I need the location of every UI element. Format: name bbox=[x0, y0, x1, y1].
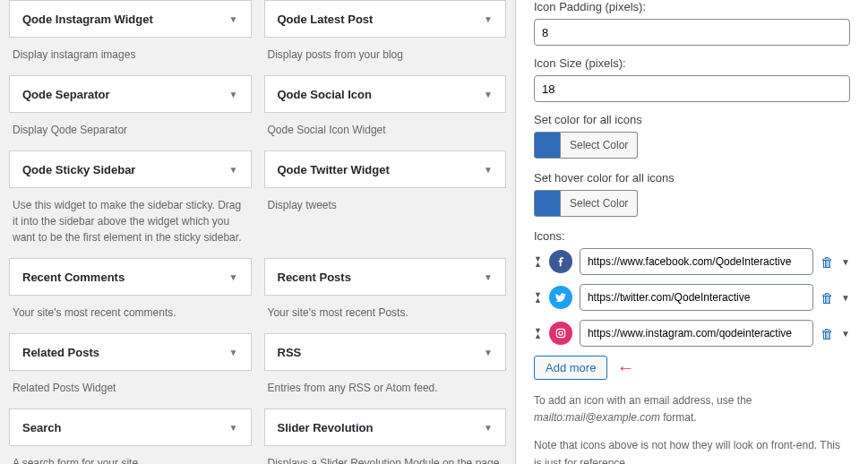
trash-icon[interactable]: 🗑 bbox=[821, 290, 834, 305]
icon-row-twitter: ▼▲ 🗑 ▼ bbox=[534, 284, 850, 311]
widget-title: Search bbox=[22, 421, 61, 434]
icon-padding-label: Icon Padding (pixels): bbox=[534, 0, 850, 13]
widget-recent-posts[interactable]: Recent Posts ▼ bbox=[264, 258, 507, 296]
chevron-down-icon: ▼ bbox=[229, 423, 238, 433]
icon-size-input[interactable] bbox=[534, 75, 850, 102]
chevron-down-icon[interactable]: ▼ bbox=[841, 257, 850, 267]
widget-slider-revolution[interactable]: Slider Revolution ▼ bbox=[264, 408, 507, 446]
icon-row-facebook: ▼▲ 🗑 ▼ bbox=[534, 248, 850, 275]
widget-rss[interactable]: RSS ▼ bbox=[264, 333, 507, 371]
widget-search[interactable]: Search ▼ bbox=[9, 408, 252, 446]
widget-desc: Your site's most recent comments. bbox=[9, 296, 252, 333]
sort-handle-icon[interactable]: ▼▲ bbox=[534, 292, 542, 304]
widget-qode-latest-post[interactable]: Qode Latest Post ▼ bbox=[264, 0, 507, 38]
available-widgets-col-2: Qode Latest Post ▼ Display posts from yo… bbox=[264, 0, 507, 464]
widget-related-posts[interactable]: Related Posts ▼ bbox=[9, 333, 252, 371]
widget-title: Qode Social Icon bbox=[278, 88, 372, 101]
twitter-icon bbox=[549, 286, 572, 309]
icons-label: Icons: bbox=[534, 229, 850, 243]
hover-color-swatch[interactable] bbox=[534, 190, 561, 217]
twitter-url-input[interactable] bbox=[580, 284, 813, 311]
available-widgets-col-1: Qode Instagram Widget ▼ Display instagra… bbox=[9, 0, 252, 464]
color-all-label: Set color for all icons bbox=[534, 113, 850, 126]
chevron-down-icon: ▼ bbox=[229, 165, 238, 175]
facebook-url-input[interactable] bbox=[580, 248, 813, 275]
widget-title: Qode Separator bbox=[22, 88, 110, 101]
widget-qode-twitter[interactable]: Qode Twitter Widget ▼ bbox=[264, 150, 507, 188]
sort-handle-icon[interactable]: ▼▲ bbox=[534, 328, 542, 339]
icon-size-label: Icon Size (pixels): bbox=[534, 56, 850, 70]
chevron-down-icon[interactable]: ▼ bbox=[841, 293, 850, 303]
chevron-down-icon: ▼ bbox=[484, 14, 493, 24]
widget-title: RSS bbox=[278, 346, 302, 359]
widget-qode-social-icon[interactable]: Qode Social Icon ▼ bbox=[264, 75, 507, 113]
widget-title: Qode Twitter Widget bbox=[278, 163, 390, 176]
widget-recent-comments[interactable]: Recent Comments ▼ bbox=[9, 258, 252, 296]
chevron-down-icon: ▼ bbox=[484, 165, 493, 175]
widget-qode-instagram[interactable]: Qode Instagram Widget ▼ bbox=[9, 0, 252, 38]
widget-desc: Related Posts Widget bbox=[9, 371, 252, 408]
widget-title: Recent Comments bbox=[22, 271, 125, 284]
widget-qode-sticky-sidebar[interactable]: Qode Sticky Sidebar ▼ bbox=[9, 150, 252, 188]
hover-color-all-label: Set hover color for all icons bbox=[534, 171, 850, 185]
widget-desc: Display Qode Separator bbox=[9, 113, 252, 150]
chevron-down-icon: ▼ bbox=[229, 348, 238, 357]
widget-qode-separator[interactable]: Qode Separator ▼ bbox=[9, 75, 252, 113]
sort-handle-icon[interactable]: ▼▲ bbox=[534, 256, 542, 268]
svg-point-1 bbox=[559, 331, 563, 335]
chevron-down-icon: ▼ bbox=[484, 348, 493, 357]
icon-row-instagram: ▼▲ 🗑 ▼ bbox=[534, 320, 850, 347]
chevron-down-icon: ▼ bbox=[229, 272, 238, 282]
widget-desc: Display tweets bbox=[264, 188, 507, 226]
arrow-left-icon: ← bbox=[616, 357, 634, 378]
color-swatch[interactable] bbox=[534, 132, 561, 159]
widget-title: Qode Instagram Widget bbox=[22, 13, 153, 26]
icon-padding-input[interactable] bbox=[534, 19, 850, 46]
widget-desc: Display instagram images bbox=[9, 38, 252, 75]
help-text-email: To add an icon with an email address, us… bbox=[534, 392, 850, 426]
trash-icon[interactable]: 🗑 bbox=[821, 254, 834, 270]
widget-desc: Displays a Slider Revolution Module on t… bbox=[264, 446, 507, 464]
select-hover-color-button[interactable]: Select Color bbox=[561, 190, 638, 217]
widget-desc: Your site's most recent Posts. bbox=[264, 296, 507, 333]
trash-icon[interactable]: 🗑 bbox=[821, 326, 834, 341]
chevron-down-icon: ▼ bbox=[484, 272, 493, 282]
help-text-reference: Note that icons above is not how they wi… bbox=[534, 437, 850, 464]
chevron-down-icon[interactable]: ▼ bbox=[841, 329, 850, 339]
widget-title: Related Posts bbox=[22, 346, 99, 359]
instagram-url-input[interactable] bbox=[580, 320, 813, 347]
chevron-down-icon: ▼ bbox=[229, 14, 238, 24]
facebook-icon bbox=[549, 250, 572, 273]
widget-desc: Display posts from your blog bbox=[264, 38, 507, 75]
widget-title: Slider Revolution bbox=[278, 421, 374, 434]
widget-desc: Entries from any RSS or Atom feed. bbox=[264, 371, 507, 408]
widget-desc: Qode Social Icon Widget bbox=[264, 113, 507, 150]
widget-title: Qode Latest Post bbox=[278, 13, 374, 26]
widget-settings-panel: Icon Padding (pixels): Icon Size (pixels… bbox=[515, 0, 868, 464]
chevron-down-icon: ▼ bbox=[229, 90, 238, 99]
select-color-button[interactable]: Select Color bbox=[561, 132, 638, 159]
widget-desc: A search form for your site. bbox=[9, 446, 252, 464]
widget-desc: Use this widget to make the sidebar stic… bbox=[9, 188, 252, 258]
widget-title: Qode Sticky Sidebar bbox=[22, 163, 135, 176]
instagram-icon bbox=[549, 322, 572, 345]
chevron-down-icon: ▼ bbox=[484, 423, 493, 433]
add-more-button[interactable]: Add more bbox=[534, 356, 607, 380]
svg-point-2 bbox=[563, 330, 563, 331]
chevron-down-icon: ▼ bbox=[484, 90, 493, 99]
widget-title: Recent Posts bbox=[278, 271, 351, 284]
